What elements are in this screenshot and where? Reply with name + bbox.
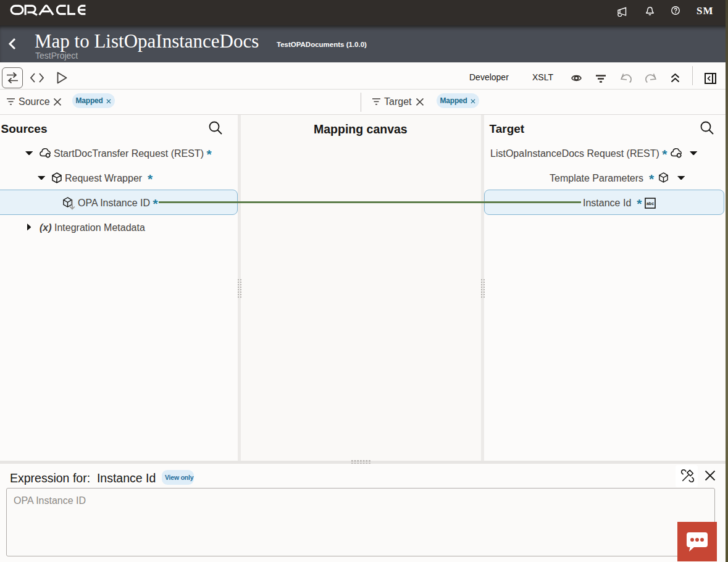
svg-text:abc: abc	[646, 201, 654, 206]
